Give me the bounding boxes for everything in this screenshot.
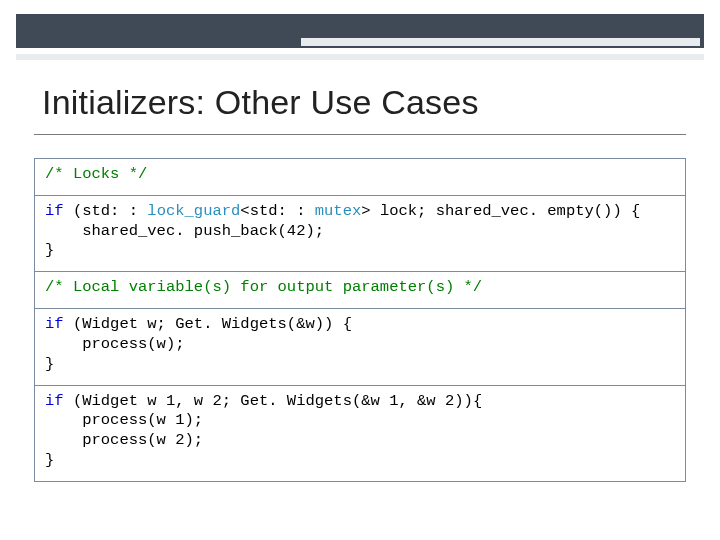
code-block-lock-guard: if (std: : lock_guard<std: : mutex> lock… <box>45 202 675 261</box>
code-block-comment-locks: /* Locks */ <box>45 165 675 185</box>
comment-text: /* Local variable(s) for output paramete… <box>45 278 482 296</box>
comment-text: /* Locks */ <box>45 165 147 183</box>
code-table: /* Locks */ if (std: : lock_guard<std: :… <box>34 158 686 482</box>
header-underbar <box>16 54 704 60</box>
slide: Initializers: Other Use Cases /* Locks *… <box>0 0 720 540</box>
code-row-2: if (std: : lock_guard<std: : mutex> lock… <box>35 195 686 271</box>
code-row-4: if (Widget w; Get. Widgets(&w)) { proces… <box>35 309 686 385</box>
header-bar-accent <box>301 36 700 46</box>
header-bar <box>16 14 704 48</box>
code-row-5: if (Widget w 1, w 2; Get. Widgets(&w 1, … <box>35 385 686 481</box>
title-rule <box>34 134 686 135</box>
code-block-widget-double: if (Widget w 1, w 2; Get. Widgets(&w 1, … <box>45 392 675 471</box>
slide-title: Initializers: Other Use Cases <box>42 84 678 121</box>
code-block-widget-single: if (Widget w; Get. Widgets(&w)) { proces… <box>45 315 675 374</box>
code-block-comment-localvars: /* Local variable(s) for output paramete… <box>45 278 675 298</box>
code-row-3: /* Local variable(s) for output paramete… <box>35 272 686 309</box>
code-row-1: /* Locks */ <box>35 159 686 196</box>
